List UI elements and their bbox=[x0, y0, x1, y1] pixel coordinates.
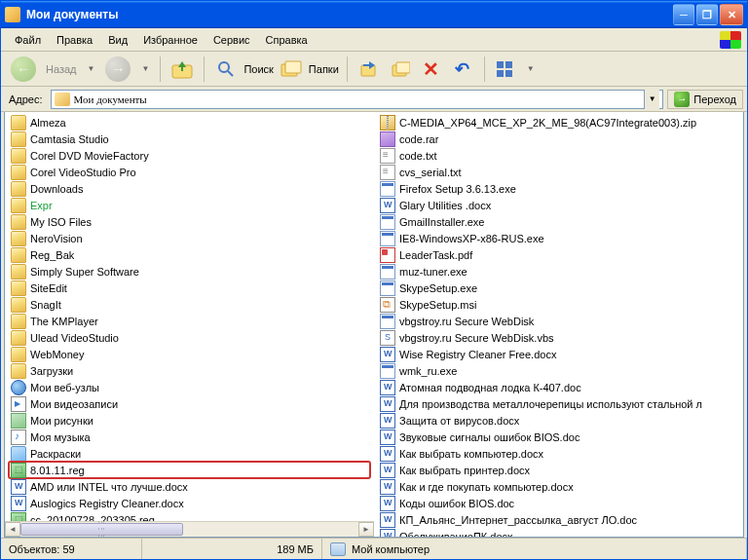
file-item[interactable]: КП_Альянс_Интернет_рассылка_август ЛО.do… bbox=[378, 511, 739, 528]
file-item[interactable]: vbgstroy.ru Secure WebDisk.vbs bbox=[378, 329, 739, 346]
folders-label[interactable]: Папки bbox=[309, 63, 339, 75]
views-button[interactable] bbox=[493, 56, 520, 83]
file-item[interactable]: Expr bbox=[9, 197, 370, 213]
file-item[interactable]: Almeza bbox=[9, 114, 370, 131]
doc-icon bbox=[11, 479, 26, 495]
file-item[interactable]: C-MEDIA_XP64_MCE_XP_2K_ME_98(AC97Integra… bbox=[378, 114, 739, 131]
file-item[interactable]: cvs_serial.txt bbox=[378, 164, 739, 180]
file-item[interactable]: code.txt bbox=[378, 147, 739, 164]
file-item[interactable]: IE8-WindowsXP-x86-RUS.exe bbox=[378, 230, 739, 246]
file-item[interactable]: SnagIt bbox=[9, 296, 370, 313]
file-item[interactable]: SkypeSetup.msi bbox=[378, 296, 739, 313]
file-item[interactable]: Звуковые сигналы ошибок BIOS.doc bbox=[378, 429, 739, 445]
file-item[interactable]: Защита от вирусов.docx bbox=[378, 412, 739, 429]
file-name: ОбслуживаниеПК.docx bbox=[399, 531, 513, 539]
file-item[interactable]: Как и где покупать компьютер.docx bbox=[378, 478, 739, 495]
file-item[interactable]: Мои видеозаписи bbox=[9, 395, 370, 412]
address-input-wrapper[interactable]: ▼ bbox=[51, 90, 664, 109]
file-item[interactable]: Атомная подводная лодка К-407.doc bbox=[378, 379, 739, 395]
back-button[interactable]: ← bbox=[7, 53, 40, 86]
file-item[interactable]: wmk_ru.exe bbox=[378, 362, 739, 379]
file-item[interactable]: LeaderTask.pdf bbox=[378, 246, 739, 263]
file-item[interactable]: Как выбрать принтер.docx bbox=[378, 462, 739, 478]
scroll-track[interactable] bbox=[20, 522, 358, 537]
minimize-button[interactable]: ─ bbox=[673, 4, 694, 25]
doc-icon bbox=[380, 496, 395, 511]
file-item[interactable]: 8.01.11.reg bbox=[9, 462, 370, 478]
copy-to-icon bbox=[391, 59, 410, 79]
menu-file[interactable]: Файл bbox=[7, 31, 49, 49]
file-name: Для производства металлочерепицы использ… bbox=[399, 398, 702, 410]
file-item[interactable]: Моя музыка bbox=[9, 429, 370, 445]
close-button[interactable]: ✕ bbox=[720, 4, 743, 25]
file-item[interactable]: Раскраски bbox=[9, 445, 370, 462]
file-item[interactable]: Simply Super Software bbox=[9, 263, 370, 280]
file-item[interactable]: Firefox Setup 3.6.13.exe bbox=[378, 180, 739, 197]
go-arrow-icon: → bbox=[674, 92, 690, 107]
folder-icon bbox=[11, 280, 26, 296]
file-item[interactable]: AMD или INTEL что лучше.docx bbox=[9, 478, 370, 495]
file-item[interactable]: Мои веб-узлы bbox=[9, 379, 370, 395]
file-item[interactable]: SkypeSetup.exe bbox=[378, 280, 739, 296]
file-item[interactable]: Загрузки bbox=[9, 362, 370, 379]
move-to-button[interactable] bbox=[355, 56, 383, 83]
file-item[interactable]: vbgstroy.ru Secure WebDisk bbox=[378, 313, 739, 329]
restore-button[interactable]: ❐ bbox=[696, 4, 718, 25]
copy-to-button[interactable] bbox=[387, 56, 414, 83]
scroll-thumb[interactable] bbox=[20, 523, 183, 536]
file-item[interactable]: Auslogics Registry Cleaner.docx bbox=[9, 495, 370, 511]
file-item[interactable]: Ulead VideoStudio bbox=[9, 329, 370, 346]
delete-button[interactable]: ✕ bbox=[418, 56, 445, 83]
file-item[interactable]: Коды ошибок BIOS.doc bbox=[378, 495, 739, 511]
file-item[interactable]: Corel VideoStudio Pro bbox=[9, 164, 370, 180]
file-item[interactable]: code.rar bbox=[378, 131, 739, 147]
file-item[interactable]: Reg_Bak bbox=[9, 246, 370, 263]
menu-help[interactable]: Справка bbox=[258, 31, 316, 49]
views-dropdown[interactable]: ▼ bbox=[524, 64, 538, 73]
file-item[interactable]: Мои рисунки bbox=[9, 412, 370, 429]
file-item[interactable]: Corel DVD MovieFactory bbox=[9, 147, 370, 164]
file-item[interactable]: Wise Registry Cleaner Free.docx bbox=[378, 346, 739, 362]
address-dropdown[interactable]: ▼ bbox=[644, 90, 659, 109]
up-button[interactable] bbox=[168, 56, 196, 83]
back-dropdown[interactable]: ▼ bbox=[85, 64, 98, 73]
file-item[interactable]: muz-tuner.exe bbox=[378, 263, 739, 280]
file-name: Как выбрать принтер.docx bbox=[399, 465, 530, 476]
search-label[interactable]: Поиск bbox=[243, 63, 273, 75]
go-button[interactable]: → Переход bbox=[667, 90, 743, 109]
titlebar[interactable]: Мои документы ─ ❐ ✕ bbox=[1, 1, 747, 28]
file-item[interactable]: WebMoney bbox=[9, 346, 370, 362]
file-item[interactable]: Camtasia Studio bbox=[9, 131, 370, 147]
folder-icon bbox=[11, 198, 26, 213]
separator bbox=[484, 56, 485, 82]
scroll-left-button[interactable]: ◄ bbox=[5, 522, 20, 537]
scroll-right-button[interactable]: ► bbox=[358, 522, 374, 537]
address-input[interactable] bbox=[74, 93, 641, 105]
file-item[interactable]: NeroVision bbox=[9, 230, 370, 246]
svg-rect-7 bbox=[396, 62, 410, 73]
file-item[interactable]: Glary Utilities .docx bbox=[378, 197, 739, 213]
file-item[interactable]: GmailInstaller.exe bbox=[378, 213, 739, 230]
menu-edit[interactable]: Правка bbox=[49, 31, 100, 49]
file-item[interactable]: My ISO Files bbox=[9, 213, 370, 230]
exe-icon bbox=[380, 214, 395, 230]
search-button[interactable] bbox=[212, 56, 240, 83]
undo-button[interactable]: ↶ bbox=[449, 56, 476, 83]
file-item[interactable]: SiteEdit bbox=[9, 280, 370, 296]
file-item[interactable]: Как выбрать компьютер.docx bbox=[378, 445, 739, 462]
file-item[interactable]: The KMPlayer bbox=[9, 313, 370, 329]
folders-button[interactable] bbox=[278, 56, 305, 83]
horizontal-scrollbar[interactable]: ◄ ► bbox=[5, 521, 374, 537]
file-item[interactable]: Downloads bbox=[9, 180, 370, 197]
file-list[interactable]: AlmezaCamtasia StudioCorel DVD MovieFact… bbox=[4, 112, 744, 538]
menu-tools[interactable]: Сервис bbox=[206, 31, 258, 49]
address-label: Адрес: bbox=[5, 93, 47, 105]
file-item[interactable]: ОбслуживаниеПК.docx bbox=[378, 528, 739, 538]
windows-flag-icon[interactable] bbox=[720, 31, 741, 49]
forward-dropdown[interactable]: ▼ bbox=[138, 64, 152, 73]
statusbar: Объектов: 59 189 МБ Мой компьютер bbox=[1, 538, 747, 559]
menu-favorites[interactable]: Избранное bbox=[135, 31, 206, 49]
forward-button[interactable]: → bbox=[101, 53, 134, 86]
menu-view[interactable]: Вид bbox=[100, 31, 135, 49]
file-item[interactable]: Для производства металлочерепицы использ… bbox=[378, 395, 739, 412]
